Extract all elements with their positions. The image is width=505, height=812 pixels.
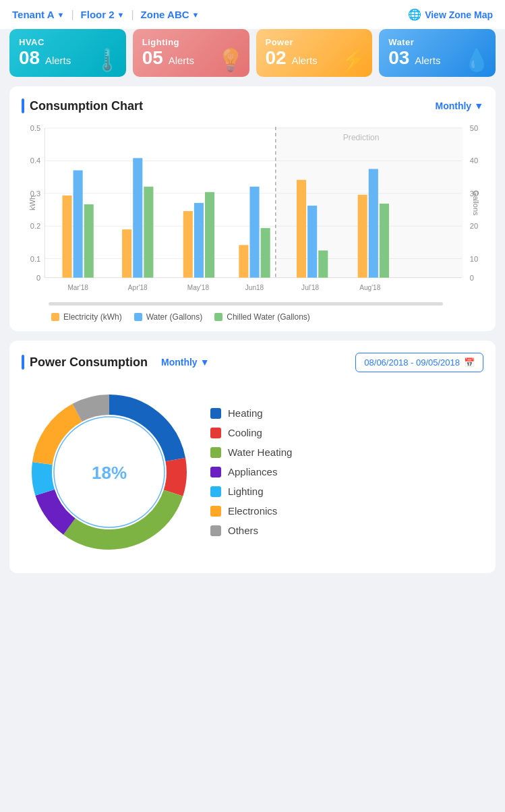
water-icon: 💧	[463, 47, 490, 73]
svg-rect-45	[369, 169, 378, 278]
legend-electricity: Electricity (kWh)	[51, 312, 122, 322]
view-zone-map-button[interactable]: 🌐 View Zone Map	[408, 8, 493, 21]
svg-text:Mar'18: Mar'18	[67, 284, 88, 291]
chart-scrollbar[interactable]	[49, 302, 443, 306]
consumption-chart-section: Consumption Chart Monthly ▼ 0.5 0.4 0.3 …	[9, 86, 496, 331]
legend-lighting: Lighting	[210, 486, 292, 497]
svg-rect-25	[73, 171, 83, 278]
svg-text:May'18: May'18	[187, 284, 210, 291]
floor-dropdown[interactable]: Floor 2 ▼	[81, 9, 125, 20]
legend-appliances: Appliances	[210, 466, 292, 477]
donut-chart-svg: 18%	[22, 384, 197, 560]
lighting-dot	[210, 486, 221, 497]
power-period-label: Monthly	[161, 357, 198, 368]
cooling-label: Cooling	[228, 427, 262, 438]
svg-text:0.5: 0.5	[30, 124, 40, 132]
svg-rect-42	[318, 250, 328, 277]
power-body: 18% Heating Cooling Water Heating Applia…	[22, 384, 483, 560]
svg-rect-44	[358, 195, 367, 278]
svg-rect-29	[133, 158, 142, 277]
legend-electronics: Electronics	[210, 505, 292, 517]
floor-arrow-icon: ▼	[117, 11, 125, 19]
svg-rect-24	[62, 196, 71, 278]
hvac-icon: 🌡️	[94, 47, 121, 73]
separator-1: |	[71, 9, 73, 21]
svg-text:Aug'18: Aug'18	[359, 284, 380, 291]
legend-chilled-water: Chilled Water (Gallons)	[214, 312, 310, 322]
floor-label: Floor 2	[81, 9, 115, 20]
bar-chart-svg: 0.5 0.4 0.3 0.2 0.1 0 kWh 50 40 30 20 10…	[22, 121, 483, 298]
electronics-dot	[210, 506, 221, 517]
lighting-title: Lighting	[142, 37, 240, 47]
svg-text:40: 40	[470, 156, 478, 165]
separator-2: |	[131, 9, 133, 21]
legend-water-dot	[134, 313, 142, 321]
svg-rect-40	[297, 180, 306, 278]
svg-text:Jul'18: Jul'18	[301, 284, 319, 291]
power-period-dropdown[interactable]: Monthly ▼	[161, 357, 210, 368]
header: Tenant A ▼ | Floor 2 ▼ | Zone ABC ▼ 🌐 Vi…	[0, 0, 505, 29]
svg-text:0.2: 0.2	[30, 222, 40, 230]
lighting-label: Lighting	[228, 486, 264, 497]
power-icon: ⚡	[340, 47, 367, 73]
svg-rect-37	[249, 187, 259, 278]
date-range-button[interactable]: 08/06/2018 - 09/05/2018 📅	[355, 353, 483, 372]
svg-rect-30	[144, 187, 153, 278]
tenant-arrow-icon: ▼	[57, 11, 65, 19]
power-period-arrow-icon: ▼	[200, 357, 210, 368]
alert-card-hvac[interactable]: HVAC 08 Alerts 🌡️	[9, 29, 126, 77]
consumption-period-dropdown[interactable]: Monthly ▼	[435, 100, 483, 111]
svg-rect-41	[307, 206, 317, 278]
zone-arrow-icon: ▼	[192, 11, 200, 19]
hvac-title: HVAC	[19, 37, 117, 47]
consumption-period-label: Monthly	[435, 100, 471, 111]
legend-others: Others	[210, 525, 292, 536]
heating-dot	[210, 408, 221, 419]
water-heating-dot	[210, 447, 221, 458]
donut-chart-container: 18%	[22, 384, 197, 560]
appliances-dot	[210, 467, 221, 477]
donut-legend: Heating Cooling Water Heating Appliances…	[210, 407, 292, 536]
legend-chilled-dot	[214, 313, 222, 321]
svg-text:Gallons: Gallons	[472, 190, 480, 216]
svg-text:18%: 18%	[92, 463, 127, 483]
svg-rect-34	[205, 192, 214, 278]
svg-rect-38	[261, 228, 270, 278]
consumption-chart-header: Consumption Chart Monthly ▼	[22, 98, 483, 113]
tenant-label: Tenant A	[12, 9, 55, 20]
date-range-label: 08/06/2018 - 09/05/2018	[364, 357, 460, 368]
alert-cards: HVAC 08 Alerts 🌡️ Lighting 05 Alerts 💡 P…	[0, 29, 505, 86]
alert-card-water[interactable]: Water 03 Alerts 💧	[379, 29, 496, 77]
others-dot	[210, 525, 221, 536]
svg-text:0: 0	[36, 274, 40, 282]
calendar-icon: 📅	[464, 357, 475, 368]
alert-card-power[interactable]: Power 02 Alerts ⚡	[256, 29, 373, 77]
svg-text:Apr'18: Apr'18	[128, 284, 148, 291]
power-consumption-header: Power Consumption Monthly ▼ 08/06/2018 -…	[22, 353, 483, 372]
power-title: Power	[266, 37, 363, 47]
power-consumption-section: Power Consumption Monthly ▼ 08/06/2018 -…	[9, 341, 496, 573]
svg-text:20: 20	[470, 222, 478, 230]
svg-text:Jun18: Jun18	[245, 284, 264, 291]
period-arrow-icon: ▼	[474, 100, 483, 111]
svg-text:10: 10	[470, 255, 478, 263]
zone-label: Zone ABC	[141, 9, 189, 20]
consumption-chart-title: Consumption Chart	[22, 98, 143, 113]
svg-rect-28	[122, 229, 131, 278]
water-heating-label: Water Heating	[228, 446, 292, 458]
zone-dropdown[interactable]: Zone ABC ▼	[141, 9, 200, 20]
svg-text:0.4: 0.4	[30, 156, 40, 165]
power-consumption-title: Power Consumption	[22, 355, 148, 370]
lighting-icon: 💡	[217, 47, 244, 73]
legend-water-heating: Water Heating	[210, 446, 292, 458]
svg-text:0.1: 0.1	[30, 255, 40, 263]
view-zone-label: View Zone Map	[425, 9, 493, 20]
heating-label: Heating	[228, 407, 263, 419]
svg-text:kWh: kWh	[28, 196, 36, 210]
tenant-dropdown[interactable]: Tenant A ▼	[12, 9, 64, 20]
svg-text:50: 50	[470, 124, 478, 132]
chart-legend: Electricity (kWh) Water (Gallons) Chille…	[22, 312, 483, 322]
globe-icon: 🌐	[408, 8, 421, 21]
alert-card-lighting[interactable]: Lighting 05 Alerts 💡	[133, 29, 249, 77]
svg-rect-33	[194, 203, 204, 278]
